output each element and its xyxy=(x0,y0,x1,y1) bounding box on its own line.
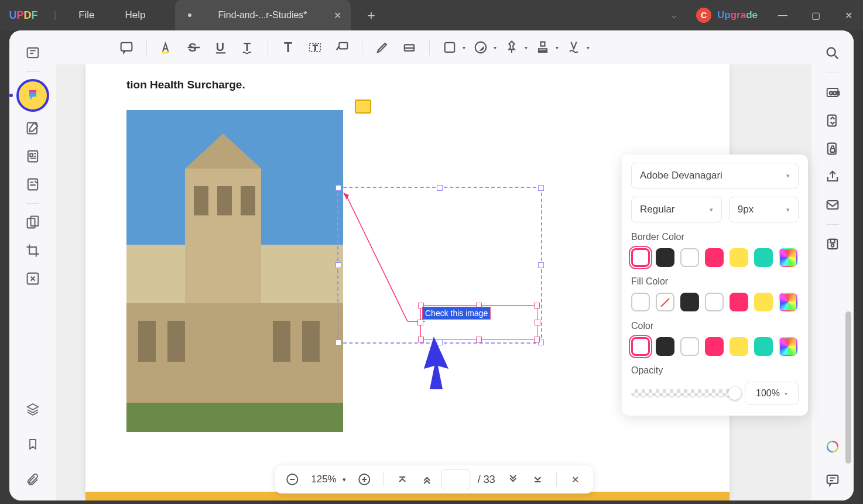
swatch-pink[interactable] xyxy=(705,248,724,267)
upgrade-button[interactable]: C Upgrade xyxy=(696,8,758,23)
underline-icon[interactable]: U xyxy=(209,36,232,59)
save-icon[interactable] xyxy=(821,233,844,255)
opacity-value[interactable]: 100%▾ xyxy=(745,382,799,405)
reader-mode-icon[interactable] xyxy=(21,41,44,64)
swatch-yellow[interactable] xyxy=(730,248,748,267)
menu-help[interactable]: Help xyxy=(110,9,161,21)
swatch-custom-fill[interactable] xyxy=(779,293,797,311)
add-tab-button[interactable]: ＋ xyxy=(358,3,385,28)
prev-page-button[interactable] xyxy=(417,469,438,490)
swatch-custom[interactable] xyxy=(779,248,797,267)
swatch-custom2[interactable] xyxy=(779,337,797,356)
app-logo: UPDF xyxy=(0,9,47,22)
ocr-icon[interactable]: OCR xyxy=(821,81,844,104)
callout-text-content[interactable]: Check this image xyxy=(422,307,491,320)
swatch-teal2[interactable] xyxy=(754,337,773,356)
swatch-white2[interactable] xyxy=(705,293,724,311)
organize-pages-icon[interactable] xyxy=(21,211,44,234)
scrollbar[interactable] xyxy=(845,311,851,464)
squiggly-icon[interactable]: T xyxy=(236,36,259,59)
swatch-pink2[interactable] xyxy=(705,337,724,356)
pencil-icon[interactable] xyxy=(371,36,394,59)
eraser-icon[interactable] xyxy=(398,36,421,59)
swatch-black-fill[interactable] xyxy=(680,293,699,311)
page-mode-icon[interactable] xyxy=(21,145,44,168)
font-select[interactable]: Adobe Devanagari▾ xyxy=(631,163,799,188)
svg-rect-45 xyxy=(828,115,836,126)
first-page-button[interactable] xyxy=(392,469,413,490)
ai-icon[interactable] xyxy=(821,436,844,458)
border-color-swatches xyxy=(631,248,799,267)
swatch-pink-fill[interactable] xyxy=(730,293,748,311)
highlighter-icon[interactable] xyxy=(155,36,179,59)
svg-marker-39 xyxy=(424,337,448,389)
swatch-white-text[interactable] xyxy=(680,337,699,356)
svg-text:OCR: OCR xyxy=(829,91,840,96)
swatch-black-text[interactable] xyxy=(656,337,674,356)
swatch-pink-text[interactable] xyxy=(631,337,650,356)
last-page-button[interactable] xyxy=(527,469,548,490)
crop-icon[interactable] xyxy=(21,239,44,262)
svg-rect-4 xyxy=(30,153,33,156)
maximize-button[interactable]: ▢ xyxy=(801,0,830,30)
bookmark-icon[interactable] xyxy=(21,433,44,456)
user-avatar: C xyxy=(696,8,711,23)
search-icon[interactable] xyxy=(821,42,844,64)
comment-mode-active[interactable] xyxy=(16,79,49,112)
close-footer-button[interactable]: ✕ xyxy=(565,469,586,490)
svg-rect-28 xyxy=(217,186,232,215)
window-dropdown[interactable]: ⌵ xyxy=(652,11,696,20)
form-mode-icon[interactable] xyxy=(21,173,44,196)
annotation-toolbar: S U T T T ▾ ▾ ▾ ▾ ▾ xyxy=(56,30,811,64)
sticker-icon[interactable] xyxy=(469,36,492,59)
svg-text:T: T xyxy=(244,40,251,53)
page-number-input[interactable] xyxy=(441,469,471,489)
menu-file[interactable]: File xyxy=(63,9,109,21)
callout-icon[interactable] xyxy=(330,36,354,59)
layers-icon[interactable] xyxy=(21,397,44,421)
swatch-pink-outline[interactable] xyxy=(631,248,650,267)
svg-rect-1 xyxy=(29,90,36,92)
swatch-yellow2[interactable] xyxy=(730,337,748,356)
close-icon[interactable]: ✕ xyxy=(334,10,341,21)
close-window-button[interactable]: ✕ xyxy=(834,0,863,30)
signature-icon[interactable] xyxy=(562,36,585,59)
comment-icon[interactable] xyxy=(115,36,138,59)
chat-icon[interactable] xyxy=(821,469,844,491)
zoom-level[interactable]: 125% ▾ xyxy=(306,474,350,485)
right-sidebar: OCR xyxy=(811,30,854,500)
zoom-in-button[interactable] xyxy=(354,469,375,490)
strikethrough-icon[interactable]: S xyxy=(182,36,206,59)
swatch-white[interactable] xyxy=(680,248,699,267)
swatch-none[interactable] xyxy=(656,293,674,311)
minimize-button[interactable]: — xyxy=(768,0,797,30)
svg-text:U: U xyxy=(216,40,224,53)
swatch-teal[interactable] xyxy=(754,248,773,267)
stamp-icon[interactable] xyxy=(531,36,554,59)
pin-icon[interactable] xyxy=(500,36,523,59)
swatch-white-fill[interactable] xyxy=(631,293,650,311)
swatch-yellow-fill[interactable] xyxy=(754,293,773,311)
document-image xyxy=(126,110,343,432)
svg-rect-29 xyxy=(241,186,255,215)
text-icon[interactable]: T xyxy=(276,36,300,59)
document-tab[interactable]: Find-and-...r-Studies* ✕ xyxy=(175,0,351,30)
sticky-note-icon[interactable] xyxy=(355,100,371,114)
page-controls: 125% ▾ / 33 ✕ xyxy=(275,465,593,493)
size-select[interactable]: 9px▾ xyxy=(729,197,799,222)
edit-mode-icon[interactable] xyxy=(21,116,44,140)
textbox-icon[interactable]: T xyxy=(303,36,327,59)
convert-icon[interactable] xyxy=(821,109,844,132)
weight-select[interactable]: Regular▾ xyxy=(631,197,722,222)
compress-icon[interactable] xyxy=(21,267,44,290)
protect-icon[interactable] xyxy=(821,138,844,160)
zoom-out-button[interactable] xyxy=(282,469,303,490)
svg-rect-0 xyxy=(28,48,39,57)
opacity-slider[interactable] xyxy=(631,389,737,397)
share-icon[interactable] xyxy=(821,166,844,188)
swatch-black[interactable] xyxy=(656,248,674,267)
attachment-icon[interactable] xyxy=(21,468,44,491)
email-icon[interactable] xyxy=(821,194,844,216)
next-page-button[interactable] xyxy=(502,469,523,490)
shape-icon[interactable] xyxy=(438,36,461,59)
